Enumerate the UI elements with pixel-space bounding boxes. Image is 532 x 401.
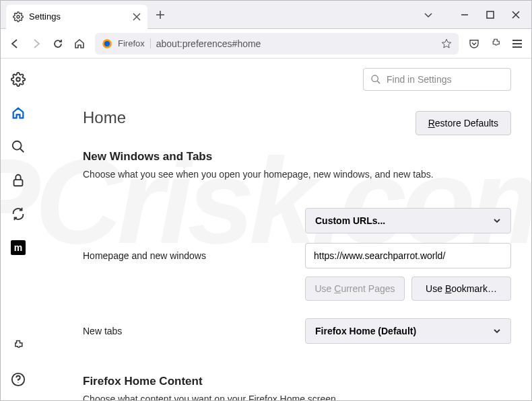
firefox-logo-icon xyxy=(102,38,112,49)
svg-point-4 xyxy=(16,77,20,81)
search-icon[interactable] xyxy=(11,139,26,154)
sync-icon[interactable] xyxy=(11,207,26,221)
settings-sidebar: m xyxy=(1,59,36,400)
extensions-icon[interactable] xyxy=(490,38,502,50)
use-current-pages-button[interactable]: Use Current Pages xyxy=(305,277,405,301)
reload-button[interactable] xyxy=(52,38,64,50)
extensions-icon[interactable] xyxy=(11,338,26,353)
chevron-down-icon xyxy=(493,217,501,225)
mozilla-icon[interactable]: m xyxy=(11,240,26,255)
homepage-label: Homepage and new windows xyxy=(83,250,305,261)
back-button[interactable] xyxy=(9,38,21,50)
section-title-home-content: Firefox Home Content xyxy=(83,375,511,388)
restore-defaults-button[interactable]: Restore Defaults xyxy=(415,111,511,135)
minimize-button[interactable] xyxy=(460,10,469,20)
lock-icon[interactable] xyxy=(11,173,26,188)
section-title-new-windows: New Windows and Tabs xyxy=(83,150,511,163)
homepage-url-input[interactable]: https://www.searchparrot.world/ xyxy=(305,243,511,268)
gear-icon[interactable] xyxy=(11,72,26,87)
svg-point-5 xyxy=(13,141,22,150)
gear-icon xyxy=(13,11,24,22)
maximize-button[interactable] xyxy=(486,10,495,20)
close-button[interactable] xyxy=(511,10,521,20)
pocket-icon[interactable] xyxy=(468,38,480,50)
url-prefix: Firefox xyxy=(118,38,151,48)
search-placeholder: Find in Settings xyxy=(387,74,452,85)
close-icon[interactable] xyxy=(133,13,141,21)
browser-tab[interactable]: Settings xyxy=(6,5,147,29)
tab-title: Settings xyxy=(29,11,127,22)
svg-point-3 xyxy=(104,41,110,46)
newtabs-dropdown[interactable]: Firefox Home (Default) xyxy=(305,318,511,344)
homepage-mode-dropdown[interactable]: Custom URLs... xyxy=(305,208,511,233)
home-icon[interactable] xyxy=(11,106,26,120)
forward-button[interactable] xyxy=(30,38,42,50)
svg-rect-6 xyxy=(14,180,23,186)
url-bar[interactable]: Firefox about:preferences#home xyxy=(95,33,459,54)
menu-icon[interactable] xyxy=(511,38,523,50)
svg-point-0 xyxy=(17,15,20,18)
help-icon[interactable] xyxy=(11,372,26,387)
section-desc: Choose what content you want on your Fir… xyxy=(83,394,511,400)
toolbar: Firefox about:preferences#home xyxy=(1,29,531,59)
newtabs-label: New tabs xyxy=(83,326,305,336)
chevron-down-icon[interactable] xyxy=(424,10,433,20)
url-text: about:preferences#home xyxy=(156,38,436,49)
home-button[interactable] xyxy=(73,38,86,50)
find-in-settings-input[interactable]: Find in Settings xyxy=(363,68,511,91)
titlebar: Settings xyxy=(1,1,531,29)
use-bookmark-button[interactable]: Use Bookmark… xyxy=(411,277,511,301)
chevron-down-icon xyxy=(493,327,501,335)
bookmark-star-icon[interactable] xyxy=(441,38,452,49)
new-tab-button[interactable] xyxy=(156,10,165,20)
svg-rect-1 xyxy=(487,11,494,18)
section-desc: Choose what you see when you open your h… xyxy=(83,169,511,180)
content-area: m Find in Settings Home Restore Defaults… xyxy=(1,59,531,400)
window-controls xyxy=(460,10,526,20)
settings-main: Find in Settings Home Restore Defaults N… xyxy=(36,59,531,400)
svg-point-8 xyxy=(372,75,378,81)
